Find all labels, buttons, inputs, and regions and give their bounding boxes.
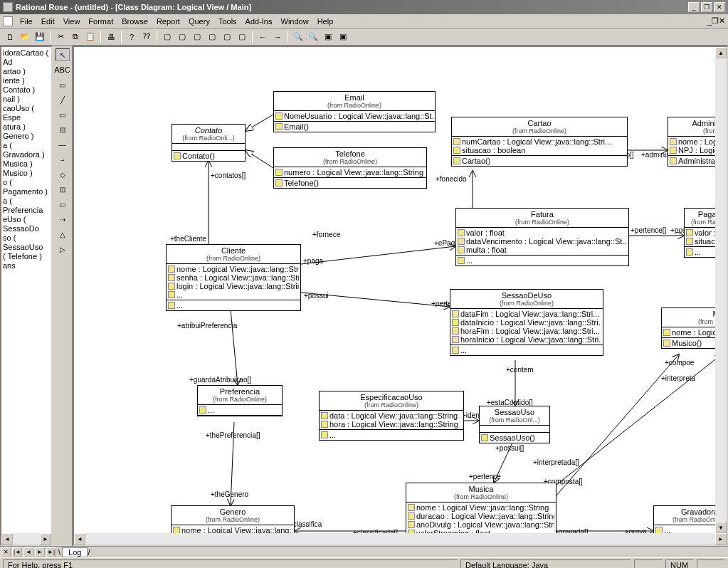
scrollbar-horizontal[interactable] [13,533,40,545]
scrollbar-horizontal[interactable] [85,533,715,545]
log-tab[interactable]: Log [62,547,88,557]
note-icon[interactable]: ▭ [56,78,70,91]
browse-deployment-icon[interactable]: ▢ [220,30,234,44]
menu-addins[interactable]: Add-Ins [241,16,277,27]
browser-item[interactable]: artao ) [3,67,50,76]
text-icon[interactable]: ABC [56,63,70,76]
pointer-icon[interactable]: ↖ [56,48,70,61]
dependency-icon[interactable]: ⇢ [56,213,70,226]
browser-item[interactable]: ans [3,261,50,270]
menu-view[interactable]: View [59,16,85,27]
class-Email[interactable]: Email(from RadioOnline)NomeUsuario : Log… [273,91,436,132]
class-Contato[interactable]: Contato(from RadioOnli...)Contato() [172,124,246,162]
copy-icon[interactable]: ⧉ [68,30,83,44]
scroll-left-icon[interactable]: ◄ [74,533,85,545]
browser-item[interactable]: so ( SessaoUso [3,233,50,252]
class-SessaoDeUso[interactable]: SessaoDeUso(from RadioOnline)dataFim : L… [450,289,603,356]
menu-browse[interactable]: Browse [117,16,152,27]
class-Fatura[interactable]: Fatura(from RadioOnline)valor : floatdat… [455,208,629,266]
browser-panel[interactable]: idoraCartao ( Ad artao ) iente ) Contato… [0,46,53,546]
menu-help[interactable]: Help [313,16,338,27]
assocclass-icon[interactable]: ⊡ [56,183,70,196]
rel-label: +theGenero [211,490,248,498]
scroll-right-icon[interactable]: ► [40,533,51,545]
paste-icon[interactable]: 📋 [83,30,97,44]
close-log-icon[interactable]: ✕ [1,547,11,557]
svg-line-8 [231,310,238,385]
rel-label: +interpretada[] [533,458,579,466]
uniassoc-icon[interactable]: → [56,153,70,166]
browser-item[interactable]: ( Telefone ) [3,252,50,261]
minimize-button[interactable]: _ [688,2,700,12]
browser-item[interactable]: iente ) [3,76,50,85]
browser-item[interactable]: Genero ) [3,132,50,141]
first-tab-icon[interactable]: |◄ [12,547,22,557]
class-Telefone[interactable]: Telefone(from RadioOnline)numero : Logic… [273,147,427,189]
class-icon[interactable]: ▭ [56,108,70,121]
print-icon[interactable]: 🖶 [104,30,118,44]
browser-item[interactable]: eUso ( SessaoDo [3,215,50,233]
menu-file[interactable]: File [16,16,37,27]
browser-item[interactable]: Musico ) [3,169,50,178]
scrollbar-vertical[interactable] [715,58,727,522]
help-icon[interactable]: ? [125,30,139,44]
menu-window[interactable]: Window [277,16,313,27]
menu-tools[interactable]: Tools [214,16,241,27]
next-tab-icon[interactable]: ► [35,547,45,557]
browser-item[interactable]: o ( Pagamento ) [3,178,50,196]
class-SessaoUso[interactable]: SessaoUso(from RadioOnl...)SessaoUso() [479,406,550,443]
class-EspecificacaoUso[interactable]: EspecificacaoUso(from RadioOnline)data :… [319,391,464,441]
browser-item[interactable]: a ( Preferencia [3,196,50,215]
browse-state-icon[interactable]: ▢ [235,30,249,44]
cut-icon[interactable]: ✂ [53,30,68,44]
mdi-close-button[interactable]: ✕ [719,16,725,26]
save-icon[interactable]: 💾 [33,30,47,44]
class-Cliente[interactable]: Cliente(from RadioOnline)nome : Logical … [166,244,301,311]
scroll-left-icon[interactable]: ◄ [1,533,13,545]
close-button[interactable]: ✕ [714,2,725,12]
browser-item[interactable]: Contato ) [3,85,50,95]
scroll-right-icon[interactable]: ► [715,533,727,545]
browser-item[interactable]: idoraCartao ( Ad [3,48,50,67]
class-Preferencia[interactable]: Preferencia(from RadioOnline)... [197,385,283,416]
browser-item[interactable]: caoUso ( Espe [3,104,50,122]
context-help-icon[interactable]: ⁇ [139,30,154,44]
browser-item[interactable]: atura ) [3,122,50,132]
aggregation-icon[interactable]: ◇ [56,168,70,181]
fit-window-icon[interactable]: ▣ [321,30,335,44]
menu-format[interactable]: Format [84,16,117,27]
browse-usecase-icon[interactable]: ▢ [175,30,189,44]
menu-report[interactable]: Report [152,16,184,27]
interface-icon[interactable]: ⊟ [56,123,70,136]
prev-tab-icon[interactable]: ◄ [23,547,33,557]
menu-edit[interactable]: Edit [37,16,59,27]
browse-component-icon[interactable]: ▢ [205,30,219,44]
back-icon[interactable]: ← [255,30,270,44]
assoc-icon[interactable]: — [56,138,70,151]
class-Cartao[interactable]: Cartao(from RadioOnline)numCartao : Logi… [451,117,628,167]
scroll-down-icon[interactable]: ▼ [715,522,727,533]
browser-item[interactable]: nail ) [3,95,50,104]
menu-query[interactable]: Query [184,16,214,27]
browser-item[interactable]: Musica ) [3,159,50,169]
browse-class-icon[interactable]: ▢ [160,30,174,44]
generalization-icon[interactable]: △ [56,228,70,241]
zoom-out-icon[interactable]: 🔍 [306,30,320,44]
forward-icon[interactable]: → [270,30,285,44]
realize-icon[interactable]: ▷ [56,243,70,256]
scroll-up-icon[interactable]: ▲ [715,47,727,58]
zoom-in-icon[interactable]: 🔍 [291,30,305,44]
mdi-restore-button[interactable]: ❐ [712,16,719,26]
open-icon[interactable]: 📂 [18,30,32,44]
rel-label: +thePreferencia[] [206,431,260,439]
anchor-icon[interactable]: ╱ [56,93,70,106]
diagram-area[interactable]: +contatos[] +theCliente +fornece +foneci… [73,46,728,546]
package-icon[interactable]: ▭ [56,198,70,211]
rel-label: +atribuiPreferencia [177,322,237,330]
maximize-button[interactable]: ❐ [701,2,712,12]
browser-item[interactable]: a ( Gravadora ) [3,141,50,159]
browse-interaction-icon[interactable]: ▢ [190,30,204,44]
last-tab-icon[interactable]: ►| [46,547,56,557]
new-icon[interactable]: 🗋 [3,30,17,44]
undo-fit-icon[interactable]: ▣ [336,30,350,44]
